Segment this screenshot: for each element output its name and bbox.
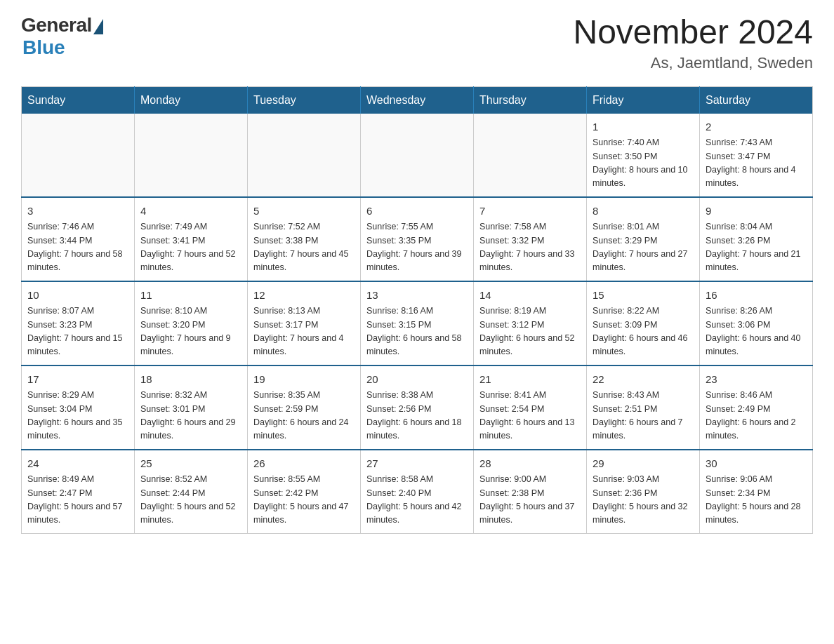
- day-number: 3: [27, 203, 128, 220]
- logo-general-text: General: [21, 14, 92, 36]
- calendar-day-cell: 9Sunrise: 8:04 AMSunset: 3:26 PMDaylight…: [700, 197, 813, 281]
- calendar-day-cell: 8Sunrise: 8:01 AMSunset: 3:29 PMDaylight…: [587, 197, 700, 281]
- calendar-day-cell: 1Sunrise: 7:40 AMSunset: 3:50 PMDaylight…: [587, 114, 700, 197]
- day-number: 15: [593, 288, 694, 304]
- day-number: 29: [593, 456, 694, 472]
- calendar-day-cell: 11Sunrise: 8:10 AMSunset: 3:20 PMDayligh…: [135, 281, 248, 365]
- month-title: November 2024: [573, 14, 813, 51]
- day-number: 17: [27, 372, 128, 388]
- day-info: Sunrise: 7:49 AMSunset: 3:41 PMDaylight:…: [140, 220, 241, 275]
- day-number: 5: [253, 203, 355, 220]
- day-number: 18: [140, 372, 241, 388]
- calendar-day-cell: 7Sunrise: 7:58 AMSunset: 3:32 PMDaylight…: [474, 197, 587, 281]
- calendar-day-cell: 10Sunrise: 8:07 AMSunset: 3:23 PMDayligh…: [22, 281, 135, 365]
- calendar-day-cell: 18Sunrise: 8:32 AMSunset: 3:01 PMDayligh…: [135, 365, 248, 450]
- calendar-day-cell: 14Sunrise: 8:19 AMSunset: 3:12 PMDayligh…: [474, 281, 587, 365]
- calendar-day-cell: 15Sunrise: 8:22 AMSunset: 3:09 PMDayligh…: [587, 281, 700, 365]
- day-info: Sunrise: 8:46 AMSunset: 2:49 PMDaylight:…: [706, 389, 807, 443]
- title-section: November 2024 As, Jaemtland, Sweden: [573, 14, 813, 72]
- day-info: Sunrise: 8:32 AMSunset: 3:01 PMDaylight:…: [140, 389, 241, 443]
- day-info: Sunrise: 8:35 AMSunset: 2:59 PMDaylight:…: [253, 389, 355, 443]
- page-header: General Blue November 2024 As, Jaemtland…: [21, 14, 813, 72]
- day-info: Sunrise: 8:13 AMSunset: 3:17 PMDaylight:…: [253, 304, 355, 359]
- day-number: 14: [479, 288, 581, 304]
- calendar-day-cell: [474, 114, 587, 197]
- logo-blue-text: Blue: [22, 36, 65, 59]
- calendar-header-row: SundayMondayTuesdayWednesdayThursdayFrid…: [22, 86, 813, 114]
- day-info: Sunrise: 8:22 AMSunset: 3:09 PMDaylight:…: [593, 304, 694, 359]
- day-number: 11: [140, 288, 241, 304]
- day-info: Sunrise: 8:41 AMSunset: 2:54 PMDaylight:…: [479, 389, 581, 443]
- day-number: 28: [479, 456, 581, 472]
- day-number: 19: [253, 372, 355, 388]
- day-info: Sunrise: 8:55 AMSunset: 2:42 PMDaylight:…: [253, 473, 355, 528]
- calendar-day-cell: [22, 114, 135, 197]
- day-info: Sunrise: 7:46 AMSunset: 3:44 PMDaylight:…: [27, 220, 128, 275]
- calendar-header-saturday: Saturday: [700, 86, 813, 114]
- day-info: Sunrise: 8:16 AMSunset: 3:15 PMDaylight:…: [366, 304, 468, 359]
- calendar-day-cell: 4Sunrise: 7:49 AMSunset: 3:41 PMDaylight…: [135, 197, 248, 281]
- day-info: Sunrise: 8:49 AMSunset: 2:47 PMDaylight:…: [27, 473, 128, 528]
- day-number: 22: [593, 372, 694, 388]
- day-number: 25: [140, 456, 241, 472]
- calendar-day-cell: 3Sunrise: 7:46 AMSunset: 3:44 PMDaylight…: [22, 197, 135, 281]
- logo: General Blue: [21, 14, 103, 59]
- calendar-day-cell: 24Sunrise: 8:49 AMSunset: 2:47 PMDayligh…: [22, 450, 135, 534]
- calendar-day-cell: 25Sunrise: 8:52 AMSunset: 2:44 PMDayligh…: [135, 450, 248, 534]
- calendar-day-cell: 12Sunrise: 8:13 AMSunset: 3:17 PMDayligh…: [248, 281, 361, 365]
- calendar-header-wednesday: Wednesday: [361, 86, 474, 114]
- calendar-day-cell: [361, 114, 474, 197]
- calendar-day-cell: 20Sunrise: 8:38 AMSunset: 2:56 PMDayligh…: [361, 365, 474, 450]
- day-info: Sunrise: 9:00 AMSunset: 2:38 PMDaylight:…: [479, 473, 581, 528]
- day-number: 7: [479, 203, 581, 220]
- day-info: Sunrise: 8:38 AMSunset: 2:56 PMDaylight:…: [366, 389, 468, 443]
- calendar-week-row: 17Sunrise: 8:29 AMSunset: 3:04 PMDayligh…: [22, 365, 813, 450]
- location-title: As, Jaemtland, Sweden: [573, 54, 813, 72]
- day-info: Sunrise: 8:52 AMSunset: 2:44 PMDaylight:…: [140, 473, 241, 528]
- day-number: 16: [706, 288, 807, 304]
- day-number: 27: [366, 456, 468, 472]
- day-number: 6: [366, 203, 468, 220]
- calendar-header-monday: Monday: [135, 86, 248, 114]
- calendar-day-cell: 22Sunrise: 8:43 AMSunset: 2:51 PMDayligh…: [587, 365, 700, 450]
- calendar-day-cell: 29Sunrise: 9:03 AMSunset: 2:36 PMDayligh…: [587, 450, 700, 534]
- day-info: Sunrise: 7:52 AMSunset: 3:38 PMDaylight:…: [253, 220, 355, 275]
- calendar-day-cell: [248, 114, 361, 197]
- calendar-day-cell: 6Sunrise: 7:55 AMSunset: 3:35 PMDaylight…: [361, 197, 474, 281]
- day-info: Sunrise: 8:10 AMSunset: 3:20 PMDaylight:…: [140, 304, 241, 359]
- day-info: Sunrise: 7:58 AMSunset: 3:32 PMDaylight:…: [479, 220, 581, 275]
- day-number: 1: [593, 119, 694, 135]
- day-number: 26: [253, 456, 355, 472]
- day-info: Sunrise: 8:26 AMSunset: 3:06 PMDaylight:…: [706, 304, 807, 359]
- calendar-day-cell: 21Sunrise: 8:41 AMSunset: 2:54 PMDayligh…: [474, 365, 587, 450]
- day-info: Sunrise: 8:29 AMSunset: 3:04 PMDaylight:…: [27, 389, 128, 443]
- calendar-week-row: 3Sunrise: 7:46 AMSunset: 3:44 PMDaylight…: [22, 197, 813, 281]
- day-info: Sunrise: 8:43 AMSunset: 2:51 PMDaylight:…: [593, 389, 694, 443]
- calendar-table: SundayMondayTuesdayWednesdayThursdayFrid…: [21, 86, 813, 534]
- calendar-day-cell: 27Sunrise: 8:58 AMSunset: 2:40 PMDayligh…: [361, 450, 474, 534]
- calendar-day-cell: 17Sunrise: 8:29 AMSunset: 3:04 PMDayligh…: [22, 365, 135, 450]
- day-number: 21: [479, 372, 581, 388]
- calendar-day-cell: 5Sunrise: 7:52 AMSunset: 3:38 PMDaylight…: [248, 197, 361, 281]
- day-number: 23: [706, 372, 807, 388]
- calendar-day-cell: 2Sunrise: 7:43 AMSunset: 3:47 PMDaylight…: [700, 114, 813, 197]
- calendar-day-cell: 23Sunrise: 8:46 AMSunset: 2:49 PMDayligh…: [700, 365, 813, 450]
- calendar-header-sunday: Sunday: [22, 86, 135, 114]
- calendar-week-row: 10Sunrise: 8:07 AMSunset: 3:23 PMDayligh…: [22, 281, 813, 365]
- day-info: Sunrise: 9:06 AMSunset: 2:34 PMDaylight:…: [706, 473, 807, 528]
- day-number: 24: [27, 456, 128, 472]
- day-number: 13: [366, 288, 468, 304]
- day-number: 2: [706, 119, 807, 135]
- day-info: Sunrise: 7:40 AMSunset: 3:50 PMDaylight:…: [593, 136, 694, 191]
- day-info: Sunrise: 8:58 AMSunset: 2:40 PMDaylight:…: [366, 473, 468, 528]
- day-info: Sunrise: 8:04 AMSunset: 3:26 PMDaylight:…: [706, 220, 807, 275]
- calendar-day-cell: 19Sunrise: 8:35 AMSunset: 2:59 PMDayligh…: [248, 365, 361, 450]
- calendar-week-row: 1Sunrise: 7:40 AMSunset: 3:50 PMDaylight…: [22, 114, 813, 197]
- calendar-header-tuesday: Tuesday: [248, 86, 361, 114]
- day-info: Sunrise: 9:03 AMSunset: 2:36 PMDaylight:…: [593, 473, 694, 528]
- day-info: Sunrise: 8:07 AMSunset: 3:23 PMDaylight:…: [27, 304, 128, 359]
- calendar-day-cell: 13Sunrise: 8:16 AMSunset: 3:15 PMDayligh…: [361, 281, 474, 365]
- day-number: 12: [253, 288, 355, 304]
- day-number: 4: [140, 203, 241, 220]
- day-number: 9: [706, 203, 807, 220]
